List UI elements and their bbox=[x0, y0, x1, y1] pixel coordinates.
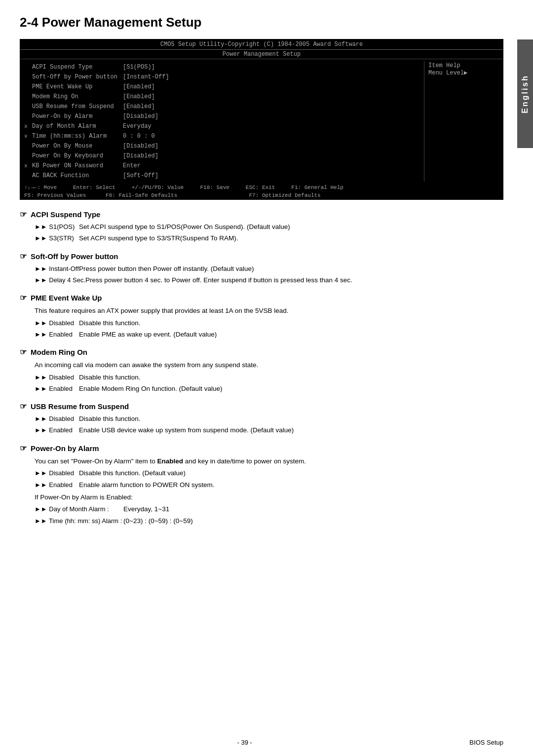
bios-row: x Day of Month Alarm Everyday bbox=[24, 121, 420, 131]
bullet-item-softoff-1: ►► Delay 4 Sec. Press power button 4 sec… bbox=[35, 275, 503, 285]
bullet-text: Set ACPI suspend type to S3/STR(Suspend … bbox=[79, 233, 503, 243]
bullet-arrow: ►► Disabled bbox=[35, 414, 79, 424]
section-title-acpi: ACPI Suspend Type bbox=[20, 210, 503, 219]
section-title-softoff: Soft-Off by Power button bbox=[20, 252, 503, 261]
bios-row: Modem Ring On [Enabled] bbox=[24, 92, 420, 102]
bullet-text: Disable this function. (Default value) bbox=[79, 468, 503, 478]
extra-bullet-poweralarm-1: ►► Time (hh: mm: ss) Alarm : (0~23) : (0… bbox=[35, 516, 503, 526]
bullet-item-acpi-0: ►► S1(POS) Set ACPI suspend type to S1/P… bbox=[35, 222, 503, 232]
bullet-item-poweralarm-1: ►► Enabled Enable alarm function to POWE… bbox=[35, 480, 503, 490]
bios-row-value: Everyday bbox=[123, 122, 420, 131]
bullet-arrow: ►► Enabled bbox=[35, 425, 79, 435]
menu-level-label: Menu Level▶ bbox=[428, 69, 499, 76]
section-pme: PME Event Wake UpThis feature requires a… bbox=[20, 293, 503, 340]
bios-row-value: [Enabled] bbox=[123, 92, 420, 101]
bullet-item-modem-0: ►► Disabled Disable this function. bbox=[35, 373, 503, 382]
bios-row-label: Modem Ring On bbox=[24, 92, 123, 101]
bios-row-label: Power On By Mouse bbox=[24, 142, 123, 151]
section-acpi: ACPI Suspend Type ►► S1(POS) Set ACPI su… bbox=[20, 210, 503, 244]
bios-subtitle: Power Management Setup bbox=[20, 50, 503, 59]
section-title-pme: PME Event Wake Up bbox=[20, 293, 503, 302]
bios-row: PME Event Wake Up [Enabled] bbox=[24, 82, 420, 92]
bios-setup-box: CMOS Setup Utility-Copyright (C) 1984-20… bbox=[20, 39, 503, 200]
bullet-arrow: ►► Enabled bbox=[35, 330, 79, 340]
section-usb: USB Resume from Suspend ►► Disabled Disa… bbox=[20, 402, 503, 436]
bios-row-value: [Enabled] bbox=[123, 102, 420, 111]
bios-row-label: AC BACK Function bbox=[24, 171, 123, 180]
bios-row: AC BACK Function [Soft-Off] bbox=[24, 171, 420, 181]
section-title-poweralarm: Power-On by Alarm bbox=[20, 444, 503, 453]
footer-right: BIOS Setup bbox=[469, 739, 503, 746]
page-footer: - 39 - BIOS Setup bbox=[20, 739, 503, 746]
bios-row-label: USB Resume from Suspend bbox=[24, 102, 123, 111]
bios-settings-list: ACPI Suspend Type [S1(POS)] Soft-Off by … bbox=[20, 61, 424, 182]
page-number: - 39 - bbox=[237, 739, 252, 746]
bios-row-label: x KB Power ON Password bbox=[24, 161, 123, 170]
section-poweralarm: Power-On by AlarmYou can set "Power-On b… bbox=[20, 444, 503, 526]
bios-row-value: [S1(POS)] bbox=[123, 63, 420, 72]
bios-row-value: [Instant-Off] bbox=[123, 73, 420, 81]
bullet-arrow: ►► Instant-Off bbox=[35, 264, 79, 274]
bios-row-value: 0 : 0 : 0 bbox=[123, 132, 420, 141]
bullet-arrow: ►► Disabled bbox=[35, 318, 79, 328]
bullet-arrow: ►► S1(POS) bbox=[35, 222, 79, 232]
bios-row-label: PME Event Wake Up bbox=[24, 82, 123, 91]
bullet-text: Enable PME as wake up event. (Default va… bbox=[79, 330, 503, 340]
bios-row-label: Power-On by Alarm bbox=[24, 112, 123, 121]
page-title: 2-4 Power Management Setup bbox=[20, 15, 503, 30]
item-help-label: Item Help bbox=[428, 62, 499, 69]
bios-row-value: [Disabled] bbox=[123, 151, 420, 160]
bullet-item-pme-0: ►► Disabled Disable this function. bbox=[35, 318, 503, 328]
bullet-text: Enable USB device wake up system from su… bbox=[79, 425, 503, 435]
bullet-text: Set ACPI suspend type to S1/POS(Power On… bbox=[79, 222, 503, 232]
bullet-text: Press power button then Power off instan… bbox=[79, 264, 503, 274]
bullet-arrow: ►► Disabled bbox=[35, 373, 79, 382]
bullet-arrow: ►► Disabled bbox=[35, 468, 79, 478]
bios-row-value: Enter bbox=[123, 161, 420, 170]
section-desc-pme: This feature requires an ATX power suppl… bbox=[35, 305, 503, 316]
bios-row-label: Power On By Keyboard bbox=[24, 151, 123, 160]
bullet-arrow: ►► Time (hh: mm: ss) Alarm : bbox=[35, 516, 123, 526]
section-softoff: Soft-Off by Power button ►► Instant-Off … bbox=[20, 252, 503, 286]
bios-nav-row2: F5: Previous Values F6: Fail-Safe Defaul… bbox=[20, 191, 503, 199]
bios-row: ACPI Suspend Type [S1(POS)] bbox=[24, 62, 420, 72]
section-title-usb: USB Resume from Suspend bbox=[20, 402, 503, 411]
bios-row-label: x Time (hh:mm:ss) Alarm bbox=[24, 132, 123, 141]
bullet-arrow: ►► Enabled bbox=[35, 384, 79, 394]
bullet-item-poweralarm-0: ►► Disabled Disable this function. (Defa… bbox=[35, 468, 503, 478]
section-desc-modem: An incoming call via modem can awake the… bbox=[35, 360, 503, 371]
bullet-item-pme-1: ►► Enabled Enable PME as wake up event. … bbox=[35, 330, 503, 340]
sections-container: ACPI Suspend Type ►► S1(POS) Set ACPI su… bbox=[20, 210, 503, 526]
english-tab: English bbox=[517, 39, 533, 148]
section-title-modem: Modem Ring On bbox=[20, 347, 503, 357]
bios-item-help-panel: Item Help Menu Level▶ bbox=[424, 61, 503, 182]
bios-row: Power On By Keyboard [Disabled] bbox=[24, 151, 420, 161]
bios-row-label: Soft-Off by Power button bbox=[24, 73, 123, 81]
bios-row-label: ACPI Suspend Type bbox=[24, 63, 123, 72]
bios-nav-text1: ↑↓→←: Move Enter: Select +/-/PU/PD: Valu… bbox=[24, 185, 343, 190]
bios-row: x Time (hh:mm:ss) Alarm 0 : 0 : 0 bbox=[24, 131, 420, 141]
bios-row-prefix: x bbox=[24, 122, 32, 131]
bios-row-prefix: x bbox=[24, 162, 32, 170]
bios-row: x KB Power ON Password Enter bbox=[24, 161, 420, 171]
bios-row: USB Resume from Suspend [Enabled] bbox=[24, 102, 420, 112]
bios-row-value: [Disabled] bbox=[123, 142, 420, 151]
bios-nav-text2: F5: Previous Values F6: Fail-Safe Defaul… bbox=[24, 192, 321, 198]
section-extra-desc-poweralarm: If Power-On by Alarm is Enabled: bbox=[35, 492, 503, 503]
bullet-text: (0~23) : (0~59) : (0~59) bbox=[123, 516, 503, 526]
bios-row: Power On By Mouse [Disabled] bbox=[24, 141, 420, 151]
bullet-text: Disable this function. bbox=[79, 414, 503, 424]
bullet-text: Disable this function. bbox=[79, 373, 503, 382]
bios-row: Power-On by Alarm [Disabled] bbox=[24, 112, 420, 121]
bullet-text: Everyday, 1~31 bbox=[123, 504, 503, 514]
bios-row-label: x Day of Month Alarm bbox=[24, 122, 123, 131]
bullet-text: Enable alarm function to POWER ON system… bbox=[79, 480, 503, 490]
bullet-text: Press power button 4 sec. to Power off. … bbox=[85, 275, 503, 285]
bios-row: Soft-Off by Power button [Instant-Off] bbox=[24, 72, 420, 82]
bios-row-value: [Disabled] bbox=[123, 112, 420, 121]
bullet-item-modem-1: ►► Enabled Enable Modem Ring On function… bbox=[35, 384, 503, 394]
bios-nav-row1: ↑↓→←: Move Enter: Select +/-/PU/PD: Valu… bbox=[20, 184, 503, 191]
extra-bullet-poweralarm-0: ►► Day of Month Alarm : Everyday, 1~31 bbox=[35, 504, 503, 514]
bullet-text: Enable Modem Ring On function. (Default … bbox=[79, 384, 503, 394]
english-label: English bbox=[521, 75, 530, 113]
